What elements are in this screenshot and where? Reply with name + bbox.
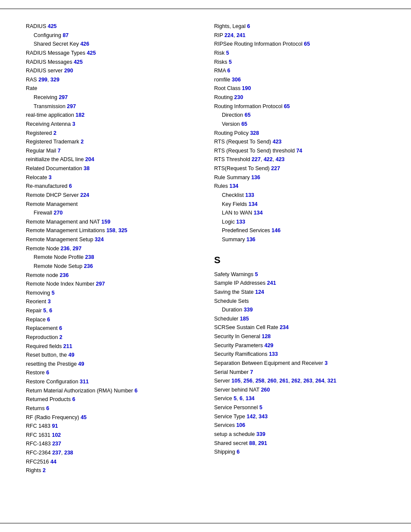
index-link[interactable]: 7	[250, 369, 253, 375]
index-link[interactable]: 227	[271, 165, 280, 171]
index-link[interactable]: 124	[255, 289, 264, 295]
index-link[interactable]: 134	[229, 183, 238, 189]
index-link[interactable]: 241	[237, 32, 246, 38]
index-link[interactable]: 136	[251, 174, 260, 180]
index-link[interactable]: 134	[249, 201, 258, 207]
index-link[interactable]: 263	[303, 378, 312, 384]
index-link[interactable]: 339	[244, 307, 253, 313]
index-link[interactable]: 204	[85, 156, 94, 162]
index-link[interactable]: 339	[256, 431, 265, 437]
index-link[interactable]: 6	[46, 405, 49, 411]
index-link[interactable]: 306	[232, 77, 241, 83]
index-link[interactable]: 128	[262, 333, 271, 339]
index-link[interactable]: 2	[81, 139, 84, 145]
index-link[interactable]: 321	[327, 378, 336, 384]
index-link[interactable]: 7	[58, 148, 61, 154]
index-link[interactable]: 3	[72, 121, 75, 127]
index-link[interactable]: 5	[234, 395, 237, 401]
index-link[interactable]: 65	[284, 103, 290, 109]
index-link[interactable]: 297	[96, 281, 105, 287]
index-link[interactable]: 190	[242, 85, 251, 91]
index-link[interactable]: 238	[85, 254, 94, 260]
index-link[interactable]: 324	[95, 236, 104, 243]
index-link[interactable]: 142	[247, 414, 256, 420]
index-link[interactable]: 6	[240, 395, 243, 401]
index-link[interactable]: 3	[324, 360, 327, 366]
index-link[interactable]: 237	[52, 441, 61, 447]
index-link[interactable]: 133	[245, 192, 254, 198]
index-link[interactable]: 5	[226, 50, 229, 56]
index-link[interactable]: 425	[48, 23, 57, 29]
index-link[interactable]: 3	[48, 299, 51, 305]
index-link[interactable]: 328	[250, 130, 259, 136]
index-link[interactable]: 65	[241, 121, 247, 127]
index-link[interactable]: 423	[273, 139, 282, 145]
index-link[interactable]: 49	[68, 352, 75, 358]
index-link[interactable]: 238	[64, 450, 73, 456]
index-link[interactable]: 241	[267, 280, 276, 286]
index-link[interactable]: 237	[52, 450, 61, 456]
index-link[interactable]: 88	[249, 440, 255, 446]
index-link[interactable]: 426	[80, 41, 89, 47]
index-link[interactable]: 6	[69, 183, 72, 189]
index-link[interactable]: 2	[43, 467, 46, 473]
index-link[interactable]: 133	[269, 351, 278, 357]
index-link[interactable]: 329	[50, 77, 59, 83]
index-link[interactable]: 429	[265, 342, 274, 348]
index-link[interactable]: 264	[315, 378, 324, 384]
index-link[interactable]: 2	[59, 334, 62, 340]
index-link[interactable]: 224	[80, 192, 89, 198]
index-link[interactable]: 6	[49, 308, 52, 314]
index-link[interactable]: 234	[280, 324, 289, 330]
index-link[interactable]: 299	[38, 77, 47, 83]
index-link[interactable]: 2	[53, 130, 56, 136]
index-link[interactable]: 65	[304, 41, 310, 47]
index-link[interactable]: 38	[84, 165, 90, 171]
index-link[interactable]: 258	[255, 378, 265, 384]
index-link[interactable]: 325	[118, 227, 128, 233]
index-link[interactable]: 6	[46, 370, 49, 376]
index-link[interactable]: 425	[74, 59, 83, 65]
index-link[interactable]: 230	[234, 94, 243, 100]
index-link[interactable]: 91	[52, 423, 58, 429]
index-link[interactable]: 5	[255, 271, 258, 277]
index-link[interactable]: 6	[237, 449, 240, 455]
index-link[interactable]: 260	[268, 378, 277, 384]
index-link[interactable]: 6	[59, 325, 62, 331]
index-link[interactable]: 133	[236, 219, 245, 225]
index-link[interactable]: 5	[259, 404, 262, 411]
index-link[interactable]: 182	[75, 112, 84, 118]
index-link[interactable]: 211	[63, 343, 72, 349]
index-link[interactable]: 5	[229, 59, 232, 65]
index-link[interactable]: 185	[240, 316, 249, 322]
index-link[interactable]: 102	[52, 432, 61, 438]
index-link[interactable]: 106	[236, 422, 245, 428]
index-link[interactable]: 45	[81, 414, 87, 420]
index-link[interactable]: 87	[62, 32, 68, 38]
index-link[interactable]: 236	[61, 246, 70, 252]
index-link[interactable]: 425	[87, 50, 96, 56]
index-link[interactable]: 6	[227, 68, 230, 74]
index-link[interactable]: 224	[224, 32, 234, 38]
index-link[interactable]: 423	[276, 156, 285, 162]
index-link[interactable]: 146	[271, 227, 280, 233]
index-link[interactable]: 236	[60, 272, 69, 278]
index-link[interactable]: 311	[80, 379, 89, 385]
index-link[interactable]: 5	[52, 290, 55, 296]
index-link[interactable]: 105	[231, 378, 240, 384]
index-link[interactable]: 134	[246, 395, 255, 401]
index-link[interactable]: 158	[106, 227, 115, 233]
index-link[interactable]: 261	[280, 378, 289, 384]
index-link[interactable]: 262	[291, 378, 300, 384]
index-link[interactable]: 297	[59, 94, 68, 100]
index-link[interactable]: 74	[296, 148, 302, 154]
index-link[interactable]: 159	[101, 219, 110, 225]
index-link[interactable]: 6	[247, 23, 250, 29]
index-link[interactable]: 256	[243, 378, 252, 384]
index-link[interactable]: 422	[264, 156, 273, 162]
index-link[interactable]: 297	[67, 103, 76, 109]
index-link[interactable]: 290	[64, 68, 73, 74]
index-link[interactable]: 6	[72, 396, 75, 402]
index-link[interactable]: 291	[258, 440, 267, 446]
index-link[interactable]: 3	[49, 174, 52, 180]
